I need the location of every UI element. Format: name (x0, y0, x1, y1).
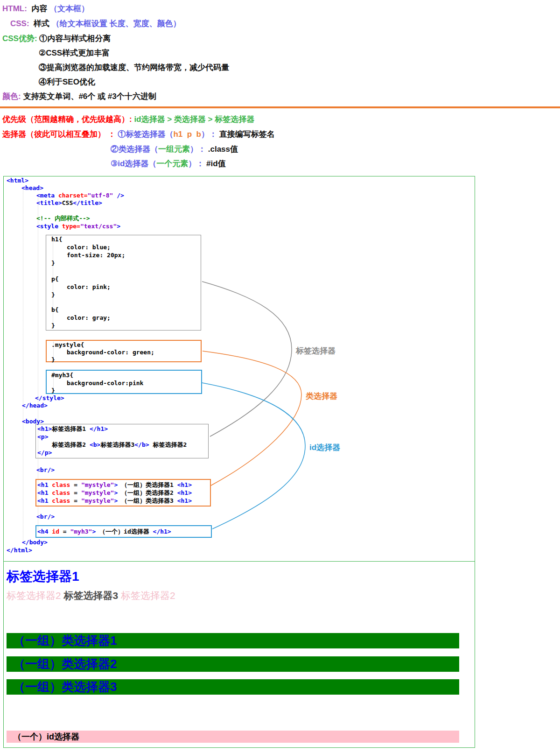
rendered-h1: 标签选择器1 (7, 568, 79, 585)
code-line: background-color: green; (67, 349, 154, 356)
code-line: </style> (35, 394, 64, 401)
code-line: </p> (37, 449, 52, 456)
code-line: <meta charset="utf-8" /> (36, 192, 124, 199)
class-selector-label: 类选择器 (306, 391, 337, 401)
code-line: <head> (21, 184, 43, 191)
code-line: </body> (22, 539, 48, 546)
bar-label: （一组）类选择器2 (13, 657, 117, 671)
indent-guide (23, 186, 23, 541)
id-selector-label: id选择器 (309, 442, 340, 453)
note-line-css-adv: CSS优势: ①内容与样式相分离 (2, 34, 111, 43)
tag-selector-label: 标签选择器 (296, 345, 336, 356)
code-line: <h1>标签选择器1 </h1> (37, 425, 108, 432)
code-line: color: blue; (67, 244, 111, 251)
note-line-priority: 优先级（范围越精确，优先级越高）: id选择器 > 类选择器 > 标签选择器 (2, 114, 254, 124)
rendered-class-bar-1: （一组）类选择器1 (7, 633, 459, 648)
code-line: color: pink; (67, 283, 111, 290)
note-line-id-sel: ③id选择器（一个元素）： #id值 (111, 159, 226, 169)
code-line: <body> (22, 418, 44, 425)
code-line: <style type="text/css"> (36, 223, 120, 230)
code-line: <h1 class = "mystyle"> （一组）类选择器2 <h1> (37, 489, 192, 496)
note-line-color: 颜色: 支持英文单词、#6个 或 #3个十六进制 (2, 91, 156, 101)
bar-label: （一组）类选择器1 (13, 633, 117, 647)
code-line: b{ (51, 306, 59, 313)
bar-label: （一个）id选择器 (13, 732, 79, 741)
code-line: <title>CSS</title> (36, 199, 102, 206)
code-line: } (51, 291, 55, 298)
code-line: <p> (37, 433, 48, 440)
code-line: </head> (22, 402, 48, 409)
note-line-adv3: ③提高浏览器的加载速度、节约网络带宽，减少代码量 (39, 63, 229, 72)
note-line-css: CSS: 样式 （给文本框设置 长度、宽度、颜色） (10, 19, 181, 28)
code-line: <br/> (36, 466, 55, 473)
note-line-selectors: 选择器（彼此可以相互叠加） ： ①标签选择器（h1 p b）： 直接编写标签名 (2, 129, 275, 139)
code-line: p{ (51, 275, 59, 282)
rendered-id-bar: （一个）id选择器 (7, 731, 459, 743)
bar-label: （一组）类选择器3 (13, 680, 117, 694)
note-line-adv2: ②CSS样式更加丰富 (39, 48, 110, 58)
rendered-class-bar-3: （一组）类选择器3 (7, 679, 459, 695)
note-line-class-sel: ②类选择器（一组元素）： .class值 (111, 144, 238, 154)
code-line: } (51, 356, 55, 363)
code-line: <h1 class = "mystyle"> （一组）类选择器3 <h1> (37, 497, 192, 504)
code-line: font-size: 20px; (67, 252, 125, 259)
rendered-class-bar-2: （一组）类选择器2 (7, 656, 459, 672)
code-line: .mystyle{ (51, 341, 84, 348)
code-line: <br/> (36, 513, 55, 520)
code-line: } (51, 322, 55, 329)
code-line: } (51, 260, 55, 267)
code-line: 标签选择器2 <b>标签选择器3</b> 标签选择器2 (37, 441, 187, 448)
notes-page: { "colors": { "accent_orange": "#ed7d31"… (0, 0, 560, 753)
code-line: color: gray; (67, 314, 111, 321)
code-line: <h4 id = "myh3"> （一个）id选择器 </h1> (37, 528, 171, 535)
code-line: <!-- 内部样式--> (36, 215, 90, 222)
code-line: </html> (7, 547, 32, 554)
code-line: h1{ (51, 236, 62, 243)
note-line-adv4: ④利于SEO优化 (39, 77, 95, 87)
code-line: #myh3{ (51, 372, 73, 379)
code-line: } (51, 387, 55, 394)
note-line-html: HTML: 内容 （文本框） (2, 4, 89, 14)
rendered-paragraph: 标签选择器2 标签选择器3 标签选择器2 (7, 589, 175, 602)
code-line: <h1 class = "mystyle"> （一组）类选择器1 <h1> (37, 481, 192, 488)
orange-divider (0, 106, 560, 108)
code-line: <html> (7, 177, 28, 184)
code-line: background-color:pink (67, 380, 143, 387)
